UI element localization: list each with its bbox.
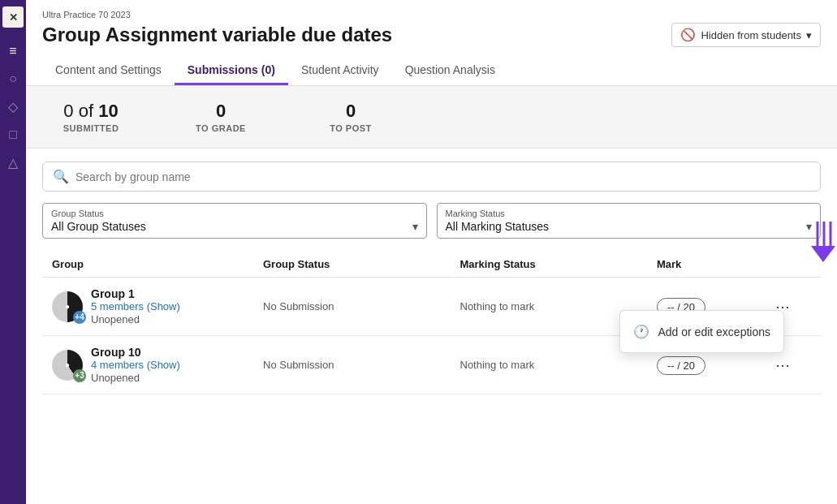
group-info-1: ● +4 Group 1 5 members (Show) Unopened (52, 287, 263, 325)
marking-status-value-row: All Marking Statuses ▾ (446, 220, 813, 233)
members-link-1[interactable]: 5 members (Show) (91, 300, 180, 312)
mark-pill-2: -- / 20 (657, 356, 705, 375)
clock-icon: 🕐 (633, 324, 649, 339)
down-arrow-decoration (811, 222, 835, 262)
to-post-number: 0 (346, 101, 356, 122)
group-details-2: Group 10 4 members (Show) Unopened (91, 346, 180, 384)
visibility-label: Hidden from students (701, 29, 801, 41)
stat-to-grade: 0 TO GRADE (172, 101, 270, 133)
group-name-1: Group 1 (91, 287, 180, 300)
group-details-1: Group 1 5 members (Show) Unopened (91, 287, 180, 325)
avatar-badge-1: +4 (73, 311, 86, 324)
col-mark: Mark (657, 258, 770, 270)
dropdown-menu-1: 🕐 Add or edit exceptions (619, 310, 784, 353)
col-marking-status: Marking Status (460, 258, 658, 270)
tab-submissions[interactable]: Submissions (0) (175, 57, 288, 85)
sidebar-icon-3: ◇ (8, 99, 18, 114)
visibility-button[interactable]: 🚫 Hidden from students ▾ (671, 23, 821, 47)
avatar-2: ● +3 (52, 350, 83, 381)
to-grade-number: 0 (216, 101, 226, 122)
marking-status-label: Marking Status (446, 209, 813, 218)
group-status-cell-1: No Submission (263, 300, 460, 312)
chevron-down-icon: ▾ (806, 29, 812, 41)
sidebar-icon-5: △ (8, 155, 18, 170)
tab-bar: Content and Settings Submissions (0) Stu… (42, 57, 821, 85)
filters-row: Group Status All Group Statuses ▾ Markin… (42, 203, 821, 239)
table-header: Group Group Status Marking Status Mark (42, 252, 821, 278)
mark-cell-2: -- / 20 (657, 359, 770, 372)
marking-status-filter[interactable]: Marking Status All Marking Statuses ▾ (437, 203, 822, 239)
marking-status-cell-2: Nothing to mark (460, 359, 658, 371)
chevron-down-group-icon: ▾ (412, 220, 418, 233)
dropdown-item-exceptions[interactable]: 🕐 Add or edit exceptions (620, 316, 783, 347)
more-button-2[interactable]: ⋯ (770, 353, 795, 377)
to-grade-label: TO GRADE (196, 123, 246, 133)
table-row: ● +4 Group 1 5 members (Show) Unopened N… (42, 278, 821, 336)
exceptions-label: Add or edit exceptions (658, 325, 770, 338)
members-link-2[interactable]: 4 members (Show) (91, 359, 180, 371)
search-input[interactable] (76, 170, 810, 183)
app-title: Ultra Practice 70 2023 (42, 10, 821, 19)
group-status-value-row: All Group Statuses ▾ (51, 220, 418, 233)
col-actions (770, 258, 811, 270)
group-status-badge-2: Unopened (91, 372, 140, 384)
sidebar-icon-4: □ (9, 127, 17, 142)
submitted-number: 0 of 10 (63, 101, 118, 122)
tab-question-analysis[interactable]: Question Analysis (392, 57, 508, 85)
submitted-label: SUBMITTED (63, 123, 119, 133)
close-button[interactable]: ✕ (2, 6, 24, 28)
sidebar-icon-2: ○ (9, 71, 17, 86)
avatar-1: ● +4 (52, 291, 83, 322)
page-title: Group Assignment variable due dates (42, 24, 392, 46)
group-status-cell-2: No Submission (263, 359, 460, 371)
group-status-value: All Group Statuses (51, 220, 146, 233)
eye-slash-icon: 🚫 (680, 28, 696, 42)
header: Ultra Practice 70 2023 Group Assignment … (26, 0, 837, 86)
group-info-2: ● +3 Group 10 4 members (Show) Unopened (52, 346, 263, 384)
group-name-2: Group 10 (91, 346, 180, 359)
stat-submitted: 0 of 10 SUBMITTED (42, 101, 140, 133)
stats-row: 0 of 10 SUBMITTED 0 TO GRADE 0 TO POST (26, 86, 837, 149)
col-group-status: Group Status (263, 258, 460, 270)
sidebar: ✕ ≡ ○ ◇ □ △ (0, 0, 26, 504)
group-status-filter[interactable]: Group Status All Group Statuses ▾ (42, 203, 427, 239)
avatar-badge-2: +3 (73, 369, 86, 382)
group-status-label: Group Status (51, 209, 418, 218)
tab-student-activity[interactable]: Student Activity (288, 57, 392, 85)
search-box: 🔍 (42, 162, 821, 192)
marking-status-value: All Marking Statuses (446, 220, 550, 233)
svg-marker-3 (811, 246, 835, 262)
tab-content-settings[interactable]: Content and Settings (42, 57, 175, 85)
content-area: 🔍 Group Status All Group Statuses ▾ Mark… (26, 149, 837, 504)
to-post-label: TO POST (330, 123, 372, 133)
main-content: Ultra Practice 70 2023 Group Assignment … (26, 0, 837, 504)
col-group: Group (52, 258, 263, 270)
search-icon: 🔍 (53, 169, 69, 184)
page-title-row: Group Assignment variable due dates 🚫 Hi… (42, 23, 821, 47)
sidebar-icon-1: ≡ (9, 44, 16, 58)
stat-to-post: 0 TO POST (302, 101, 399, 133)
group-status-badge-1: Unopened (91, 313, 140, 325)
